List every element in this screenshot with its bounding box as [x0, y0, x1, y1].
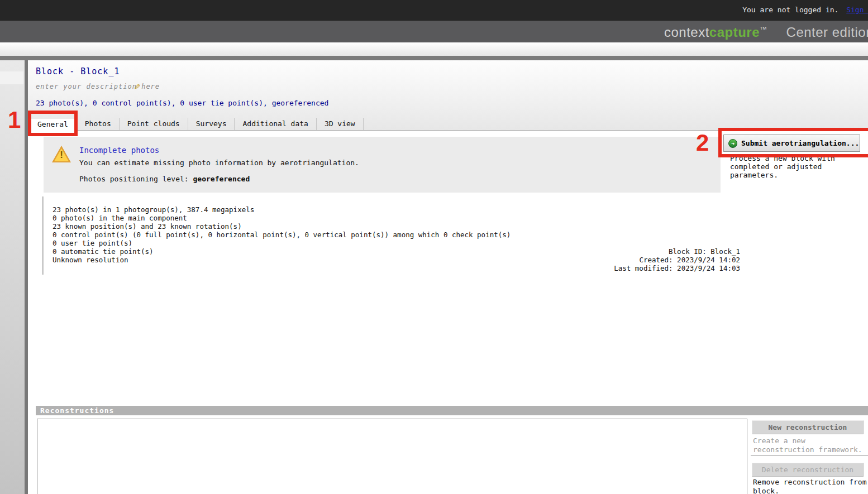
- warning-title: Incomplete photos: [79, 146, 159, 155]
- reconstructions-header: Reconstructions: [36, 406, 868, 415]
- page-title: Block - Block_1: [36, 66, 120, 76]
- new-reconstruction-button[interactable]: New reconstruction: [752, 420, 864, 434]
- brand-logo: contextcapture™Center edition: [664, 25, 868, 40]
- sidebar-highlight: [0, 71, 23, 84]
- block-id-line: Block ID: Block_1: [559, 247, 740, 256]
- tab-general[interactable]: General: [29, 118, 77, 131]
- tab-bar: General Photos Point clouds Surveys Addi…: [28, 118, 868, 131]
- edit-description-icon[interactable]: ✎: [135, 81, 140, 92]
- login-status-text: You are not logged in.: [742, 6, 838, 14]
- warning-exclamation: !: [52, 150, 71, 161]
- header-divider: [0, 56, 868, 60]
- modified-line: Last modified: 2023/9/24 14:03: [559, 264, 740, 272]
- header-spacer-strip: [0, 42, 868, 56]
- positioning-level-value: georeferenced: [193, 175, 250, 183]
- positioning-level-label: Photos positioning level:: [79, 175, 193, 183]
- block-statistics: 23 photo(s) in 1 photogroup(s), 387.4 me…: [53, 205, 511, 264]
- warning-message: You can estimate missing photo informati…: [79, 159, 359, 167]
- tab-surveys[interactable]: Surveys: [188, 118, 235, 130]
- positioning-level-line: Photos positioning level: georeferenced: [79, 175, 250, 183]
- submit-button-label: Submit aerotriangulation...: [741, 139, 859, 147]
- reconstruction-list: [37, 419, 747, 494]
- delete-reconstruction-button[interactable]: Delete reconstruction: [752, 463, 864, 477]
- tab-3d-view[interactable]: 3D view: [317, 118, 364, 130]
- sign-in-link[interactable]: Sign in: [846, 6, 868, 14]
- stat-line: Unknown resolution: [53, 256, 511, 264]
- stat-line: 0 photo(s) in the main component: [53, 214, 511, 222]
- stat-line: 23 photo(s) in 1 photogroup(s), 387.4 me…: [53, 205, 511, 214]
- trademark-symbol: ™: [760, 25, 767, 33]
- side-panel-divider: [751, 455, 868, 456]
- created-line: Created: 2023/9/24 14:02: [559, 256, 740, 264]
- aerotriangulation-description: Process a new block with completed or ad…: [730, 154, 867, 179]
- annotation-number-2: 2: [696, 131, 709, 155]
- description-placeholder[interactable]: enter your description here: [36, 83, 160, 90]
- brand-bar: contextcapture™Center edition: [0, 21, 868, 42]
- stat-line: 23 known position(s) and 23 known rotati…: [53, 222, 511, 231]
- stat-line: 0 user tie point(s): [53, 239, 511, 247]
- stat-line: 0 automatic tie point(s): [53, 247, 511, 256]
- new-reconstruction-description: Create a new reconstruction framework.: [753, 437, 867, 454]
- block-summary: 23 photo(s), 0 control point(s), 0 user …: [36, 99, 328, 107]
- annotation-number-1: 1: [8, 108, 21, 132]
- brand-edition: Center edition: [786, 25, 868, 40]
- delete-reconstruction-description: Remove reconstruction from block.: [753, 478, 867, 494]
- brand-capture: capture: [709, 25, 760, 40]
- tab-additional-data[interactable]: Additional data: [235, 118, 316, 130]
- submit-aerotriangulation-button[interactable]: ➜ Submit aerotriangulation...: [723, 135, 860, 152]
- tab-point-clouds[interactable]: Point clouds: [120, 118, 188, 130]
- top-status-bar: You are not logged in. Sign in: [0, 0, 868, 21]
- brand-context: context: [664, 25, 709, 40]
- stats-left-rule: [42, 196, 44, 275]
- tab-photos[interactable]: Photos: [77, 118, 120, 130]
- block-meta: Block ID: Block_1 Created: 2023/9/24 14:…: [559, 247, 740, 272]
- stat-line: 0 control point(s) (0 full point(s), 0 h…: [53, 231, 511, 239]
- submit-arrow-icon: ➜: [728, 139, 737, 148]
